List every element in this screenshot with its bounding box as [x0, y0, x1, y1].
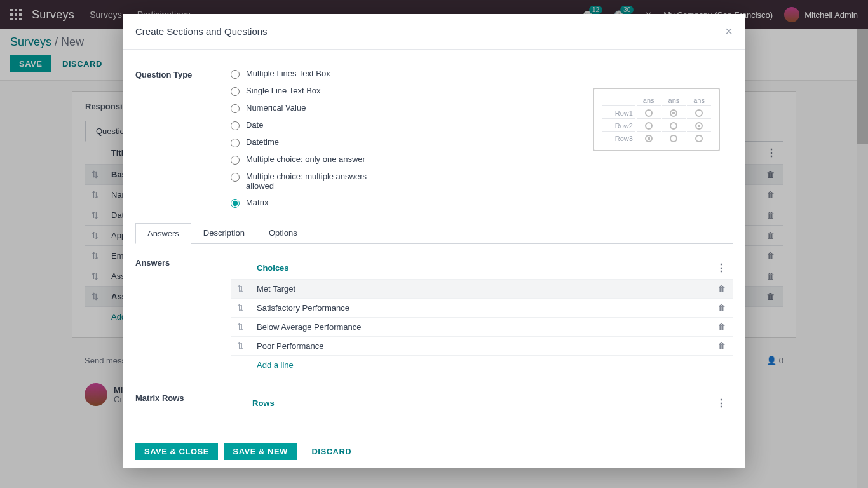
tab-options[interactable]: Options [257, 222, 309, 243]
choices-table: Choices⋮ ⇅Met Target🗑 ⇅Satisfactory Perf… [231, 257, 733, 374]
choices-header: Choices [250, 257, 710, 280]
tab-answers[interactable]: Answers [135, 223, 191, 244]
drag-handle-icon[interactable]: ⇅ [231, 280, 250, 299]
choice-row: ⇅Poor Performance🗑 [231, 337, 733, 356]
radio-matrix[interactable]: Matrix [231, 198, 733, 208]
add-line-link[interactable]: Add a line [257, 360, 294, 370]
trash-icon[interactable]: 🗑 [710, 280, 733, 299]
matrix-rows-label: Matrix Rows [135, 392, 231, 414]
radio-mc-one[interactable]: Multiple choice: only one answer [231, 154, 733, 165]
rows-table: Rows⋮ [231, 392, 733, 414]
choice-row: ⇅Below Average Performance🗑 [231, 318, 733, 337]
trash-icon[interactable]: 🗑 [710, 337, 733, 356]
choice-row: ⇅Satisfactory Performance🗑 [231, 299, 733, 318]
question-type-label: Question Type [135, 69, 231, 215]
modal-title: Create Sections and Questions [135, 26, 268, 37]
matrix-preview: ansansans Row1 Row2 Row3 [593, 88, 720, 151]
trash-icon[interactable]: 🗑 [710, 299, 733, 318]
drag-handle-icon[interactable]: ⇅ [231, 318, 250, 337]
choices-menu-icon[interactable]: ⋮ [716, 262, 726, 273]
radio-mc-multi[interactable]: Multiple choice: multiple answers allowe… [231, 172, 733, 191]
choice-row: ⇅Met Target🗑 [231, 280, 733, 299]
answers-label: Answers [135, 257, 231, 374]
drag-handle-icon[interactable]: ⇅ [231, 299, 250, 318]
rows-menu-icon[interactable]: ⋮ [716, 398, 726, 409]
radio-multiline[interactable]: Multiple Lines Text Box [231, 69, 733, 79]
tab-description[interactable]: Description [191, 222, 257, 243]
close-icon[interactable]: × [725, 24, 733, 39]
rows-header: Rows [246, 392, 710, 414]
trash-icon[interactable]: 🗑 [710, 318, 733, 337]
modal: Create Sections and Questions × Question… [123, 14, 745, 424]
drag-handle-icon[interactable]: ⇅ [231, 337, 250, 356]
